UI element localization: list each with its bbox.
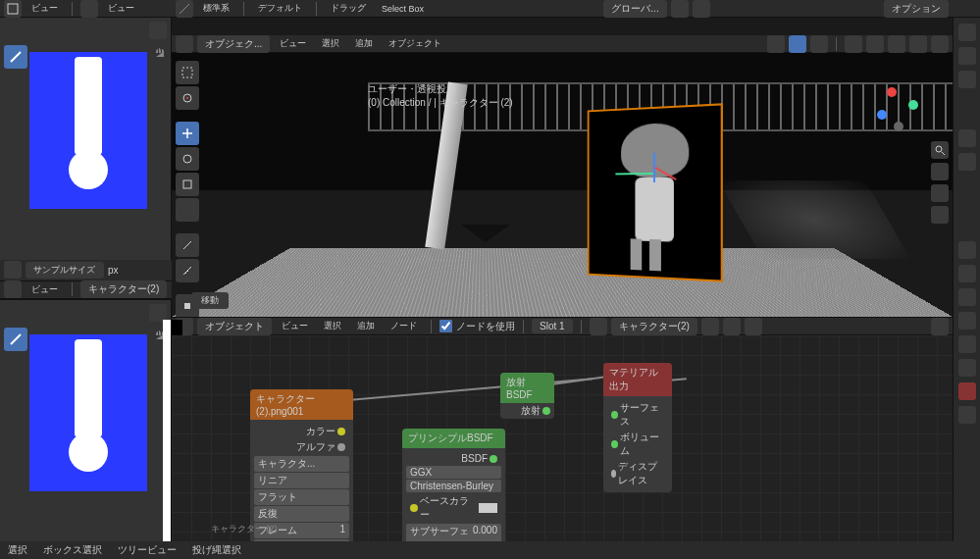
reference-image-plane[interactable] — [588, 103, 723, 281]
shading-wire-icon[interactable] — [866, 35, 884, 53]
tool-annotate[interactable] — [176, 233, 199, 257]
node-material-output[interactable]: マテリアル出力 サーフェス ボリューム ディスプレイス — [603, 363, 672, 492]
material-selector[interactable]: キャラクター(2) — [611, 318, 697, 335]
persp-ortho-icon[interactable] — [931, 206, 949, 224]
tab-physics-icon[interactable] — [958, 312, 976, 330]
gizmo-toggle-icon[interactable] — [149, 22, 167, 39]
options-dropdown[interactable]: オプション — [884, 0, 949, 18]
mat-icon[interactable] — [590, 318, 607, 335]
tab-constraint-icon[interactable] — [958, 335, 976, 353]
emission-header[interactable]: 放射BSDF — [500, 373, 554, 403]
use-nodes-checkbox[interactable] — [439, 320, 452, 332]
image-selector[interactable]: キャラクター(2) — [80, 280, 167, 298]
3d-viewport[interactable]: ユーザー・透視投影 (0) Collection / | キャラクター (2) — [172, 53, 953, 318]
tool-transform[interactable] — [176, 198, 199, 222]
pin-icon[interactable] — [931, 318, 949, 335]
editor-type-icon[interactable] — [4, 0, 22, 18]
vp-select[interactable]: 選択 — [316, 35, 345, 52]
node-select[interactable]: 選択 — [318, 318, 347, 334]
menu-view-3[interactable]: ビュー — [26, 281, 64, 298]
uv-image-canvas[interactable] — [29, 52, 147, 209]
pivot-icon[interactable] — [80, 0, 98, 18]
menu-view2[interactable]: ビュー — [102, 0, 140, 17]
default-dropdown[interactable]: デフォルト — [252, 0, 308, 17]
camera-view-icon[interactable] — [931, 184, 949, 202]
tex-interp[interactable]: リニア — [254, 473, 349, 488]
corner-icon[interactable] — [176, 0, 193, 18]
coord-system[interactable]: 標準系 — [197, 0, 235, 17]
tool-sample-2[interactable] — [4, 328, 27, 351]
zoom-icon[interactable] — [931, 141, 949, 159]
tab-object-icon[interactable] — [958, 241, 976, 259]
tool-scale[interactable] — [176, 173, 199, 196]
bsdf-header[interactable]: プリンシプルBSDF — [402, 429, 505, 448]
tex-ext[interactable]: 反復 — [254, 506, 349, 522]
node-node[interactable]: ノード — [385, 318, 423, 334]
vp-add[interactable]: 追加 — [349, 35, 379, 52]
pan-hand-icon[interactable] — [931, 163, 949, 180]
tab-particle-icon[interactable] — [958, 288, 976, 306]
tab-data-icon[interactable] — [958, 359, 976, 377]
tab-scene-icon[interactable] — [958, 129, 976, 147]
shading-rendered-icon[interactable] — [931, 35, 949, 53]
node-mode[interactable]: オブジェクト — [197, 318, 272, 335]
hand-icon[interactable] — [153, 45, 167, 61]
menu-view[interactable]: ビュー — [26, 0, 64, 17]
mat-unlink-icon[interactable] — [745, 318, 762, 335]
mode-dropdown[interactable]: オブジェク... — [197, 35, 270, 53]
sample-size-field[interactable]: サンプルサイズ — [26, 262, 104, 279]
tool-pill[interactable]: 移動 — [191, 292, 229, 309]
bsdf-chris[interactable]: Christensen-Burley — [406, 480, 501, 492]
vp-object[interactable]: オブジェクト — [383, 35, 447, 52]
select-vis-icon[interactable] — [767, 35, 785, 53]
tool-select[interactable] — [176, 61, 199, 84]
tab-material-icon[interactable] — [958, 382, 976, 400]
tab-output-icon[interactable] — [958, 47, 976, 65]
tool-rotate[interactable] — [176, 147, 199, 171]
viewport-editor-icon[interactable] — [176, 35, 193, 53]
tex-image-field[interactable]: キャラクタ... — [254, 456, 349, 472]
node-tex-header[interactable]: キャラクター (2).png001 — [250, 389, 353, 420]
slot-dropdown[interactable]: Slot 1 — [532, 319, 573, 333]
selectbox-menu[interactable]: Select Box — [376, 2, 430, 16]
uv-image-canvas-2[interactable] — [29, 334, 147, 491]
vp-view[interactable]: ビュー — [274, 35, 312, 52]
tab-world-icon[interactable] — [958, 153, 976, 171]
node-editor[interactable]: キャラクター (2).png001 カラー アルファ キャラクタ... リニア … — [172, 335, 953, 541]
nav-gizmo[interactable] — [869, 82, 928, 141]
editor-type-icon-3[interactable] — [4, 280, 22, 298]
tex-proj[interactable]: フラット — [254, 489, 349, 505]
overlay-icon[interactable] — [810, 35, 828, 53]
node-add[interactable]: 追加 — [351, 318, 381, 334]
snap-icon[interactable] — [671, 0, 689, 18]
orientation-dropdown[interactable]: グローバ... — [603, 0, 666, 18]
svg-point-7 — [936, 146, 942, 152]
shading-solid-icon[interactable] — [888, 35, 905, 53]
tab-view-icon[interactable] — [958, 71, 976, 88]
node-view[interactable]: ビュー — [276, 318, 314, 334]
tool-measure[interactable] — [176, 259, 199, 282]
shading-matprev-icon[interactable] — [909, 35, 927, 53]
uv-editor-bottom[interactable] — [0, 299, 172, 542]
status-select: 選択 — [8, 543, 27, 557]
drag-menu[interactable]: ドラッグ — [325, 0, 372, 17]
svg-point-2 — [183, 94, 191, 102]
tool-cursor[interactable] — [176, 86, 199, 110]
prop-edit-icon[interactable] — [693, 0, 710, 18]
node-principled-bsdf[interactable]: プリンシプルBSDF BSDF GGX Christensen-Burley ベ… — [402, 429, 505, 559]
editor-type-icon-2[interactable] — [4, 261, 22, 279]
tool-sample[interactable] — [4, 45, 27, 69]
gizmo-vis-icon[interactable] — [789, 35, 806, 53]
mat-new-icon[interactable] — [701, 318, 719, 335]
node-emission[interactable]: 放射BSDF 放射 — [500, 373, 554, 419]
bsdf-ggx[interactable]: GGX — [406, 466, 501, 479]
xray-icon[interactable] — [845, 35, 862, 53]
tab-modifier-icon[interactable] — [958, 265, 976, 282]
output-header[interactable]: マテリアル出力 — [603, 363, 672, 396]
tool-move[interactable] — [176, 122, 199, 145]
tab-texture-icon[interactable] — [958, 406, 976, 424]
node-breadcrumb: キャラクター (2) — [211, 523, 278, 535]
mat-copy-icon[interactable] — [723, 318, 741, 335]
tab-render-icon[interactable] — [958, 24, 976, 41]
uv-editor-top[interactable] — [0, 18, 172, 260]
